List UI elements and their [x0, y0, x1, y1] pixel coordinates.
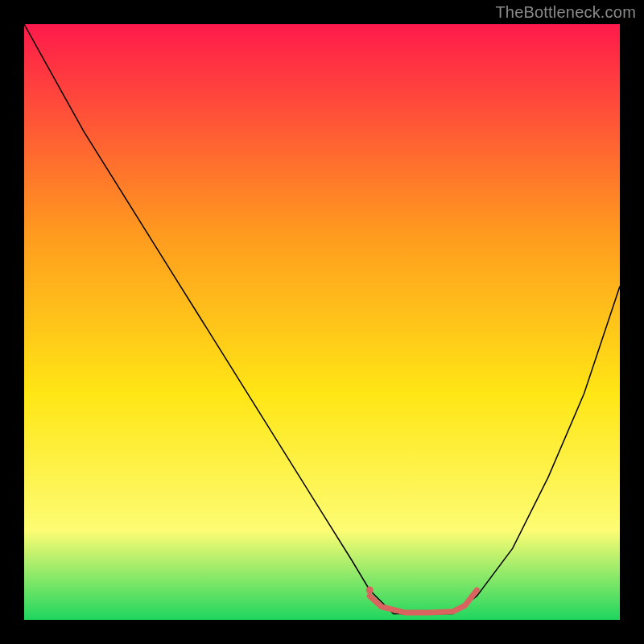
plot-area	[24, 24, 620, 620]
chart-background	[24, 24, 620, 620]
chart-svg	[24, 24, 620, 620]
optimal-start-dot	[366, 587, 374, 594]
watermark-text: TheBottleneck.com	[495, 3, 636, 22]
chart-frame: TheBottleneck.com	[0, 0, 644, 644]
